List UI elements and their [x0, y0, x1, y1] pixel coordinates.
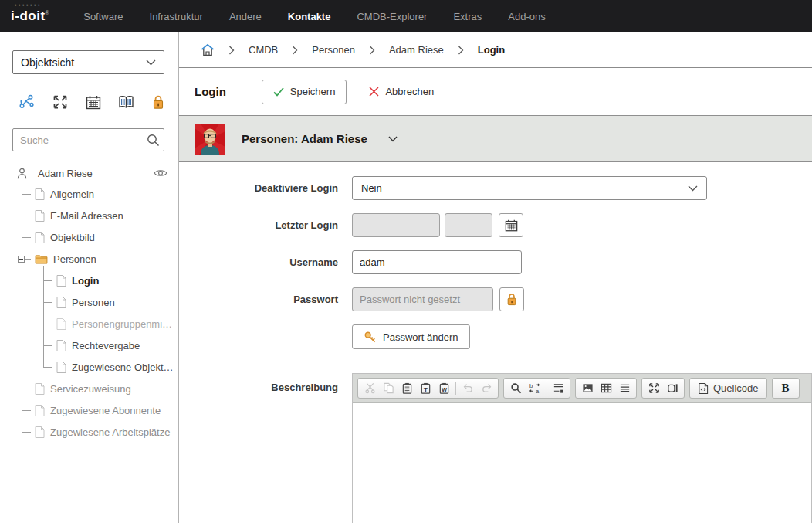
calendar-picker-button[interactable] [499, 213, 523, 237]
tree-item-personengruppenmitglieder[interactable]: Personengruppenmi… [43, 313, 178, 335]
page-icon [56, 340, 66, 351]
tree-item-personen-folder[interactable]: Personen [22, 248, 178, 270]
toolbar-separator [455, 382, 456, 395]
save-button[interactable]: Speichern [262, 80, 347, 104]
cancel-button[interactable]: Abbrechen [357, 80, 445, 104]
chevron-right-icon [228, 46, 235, 55]
cut-icon[interactable] [360, 380, 379, 396]
table-icon[interactable] [597, 380, 615, 396]
nav-item-kontakte[interactable]: Kontakte [288, 11, 331, 22]
password-input [352, 287, 493, 311]
description-editor: T W [352, 373, 812, 523]
expand-icon[interactable] [52, 94, 68, 110]
last-login-time-input [445, 213, 492, 237]
toolbar-separator [546, 382, 546, 395]
logo-dots-decoration: ······· [15, 2, 42, 9]
chevron-right-icon [369, 46, 375, 55]
maximize-icon[interactable] [645, 380, 663, 396]
page-icon [56, 318, 66, 330]
change-password-button[interactable]: Passwort ändern [352, 324, 470, 349]
chevron-down-icon [146, 59, 156, 66]
horizontal-rule-icon[interactable] [615, 380, 634, 396]
avatar [195, 124, 225, 155]
last-login-date-input [352, 213, 440, 237]
nav-item-add-ons[interactable]: Add-ons [508, 11, 545, 22]
object-view-select[interactable]: Objektsicht [12, 50, 164, 74]
nav-item-software[interactable]: Software [83, 11, 123, 22]
network-icon[interactable] [19, 94, 35, 110]
sidebar: Objektsicht [0, 32, 179, 523]
calendar-icon[interactable] [86, 95, 101, 110]
tree-item-rechtevergabe[interactable]: Rechtevergabe [43, 335, 178, 356]
folder-icon [35, 254, 48, 264]
tree-item-objektbild[interactable]: Objektbild [22, 226, 178, 248]
object-title: Personen: Adam Riese [242, 132, 367, 145]
home-icon[interactable] [201, 43, 215, 56]
nav-item-andere[interactable]: Andere [229, 11, 262, 22]
breadcrumb-personen[interactable]: Personen [312, 44, 355, 56]
search-input[interactable] [12, 128, 164, 151]
description-editor-content[interactable] [353, 403, 811, 523]
main-menu: Software Infrastruktur Andere Kontakte C… [83, 11, 546, 22]
replace-icon[interactable]: ba [525, 380, 543, 396]
search-box [12, 128, 166, 151]
main-content: CMDB Personen Adam Riese Login Login Spe… [179, 32, 812, 523]
top-navbar: ······· i-doit® Software Infrastruktur A… [0, 0, 812, 32]
tree-item-zugewiesene-arbeitsplaetze[interactable]: Zugewiesene Arbeitsplätze [22, 421, 178, 443]
chevron-right-icon [458, 46, 464, 55]
editor-toolbar: T W [353, 374, 811, 403]
image-icon[interactable] [578, 380, 597, 396]
tree-item-zugewiesene-objekte[interactable]: Zugewiesene Objekt… [43, 356, 178, 378]
book-icon[interactable] [118, 95, 134, 109]
page-icon [35, 405, 45, 416]
source-button[interactable]: Quellcode [692, 380, 764, 396]
tree-item-servicezuweisung[interactable]: Servicezuweisung [22, 378, 178, 399]
show-blocks-icon[interactable] [663, 380, 682, 396]
username-input[interactable] [352, 250, 522, 274]
find-icon[interactable] [506, 380, 525, 396]
person-icon [17, 168, 27, 179]
breadcrumb-login: Login [478, 44, 505, 56]
deactivate-login-select[interactable]: Nein [352, 176, 707, 200]
collapse-expander-icon[interactable] [18, 256, 25, 263]
page-icon [35, 383, 45, 395]
page-icon [35, 210, 45, 222]
select-all-icon[interactable] [549, 380, 567, 396]
login-form: Deaktiviere Login Nein Letzter Login [179, 162, 812, 523]
paste-text-icon[interactable]: T [416, 380, 435, 396]
breadcrumb-adam-riese[interactable]: Adam Riese [389, 44, 444, 56]
bold-button[interactable]: B [775, 380, 797, 396]
redo-icon[interactable] [477, 380, 496, 396]
chevron-down-icon [688, 185, 698, 192]
tree-level-2: Login Personen Personengruppenmi… Rechte… [43, 270, 178, 378]
tree-item-email-adressen[interactable]: E-Mail Adressen [22, 205, 178, 226]
paste-icon[interactable] [398, 380, 416, 396]
visibility-icon[interactable] [154, 168, 167, 178]
tree-item-login[interactable]: Login [43, 270, 178, 291]
tree-item-personen[interactable]: Personen [43, 291, 178, 313]
search-icon[interactable] [147, 134, 160, 147]
calendar-icon [505, 219, 518, 232]
nav-item-infrastruktur[interactable]: Infrastruktur [150, 11, 203, 22]
undo-icon[interactable] [458, 380, 477, 396]
nav-item-extras[interactable]: Extras [453, 11, 482, 22]
tree-item-allgemein[interactable]: Allgemein [22, 183, 178, 205]
breadcrumb: CMDB Personen Adam Riese Login [179, 32, 812, 68]
chevron-down-icon[interactable] [388, 136, 398, 142]
nav-item-cmdb-explorer[interactable]: CMDB-Explorer [357, 11, 427, 22]
copy-icon[interactable] [379, 380, 398, 396]
paste-word-icon[interactable]: W [435, 380, 453, 396]
lock-icon [506, 293, 517, 306]
x-icon [369, 87, 379, 97]
svg-text:W: W [442, 387, 447, 392]
page-icon [35, 426, 45, 438]
page-title: Login [195, 85, 226, 98]
tree-item-zugewiesene-abonnente[interactable]: Zugewiesene Abonnente [22, 399, 178, 421]
svg-text:T: T [424, 386, 428, 393]
breadcrumb-cmdb[interactable]: CMDB [249, 44, 278, 56]
check-icon [273, 87, 284, 97]
lock-icon[interactable] [152, 94, 164, 110]
tree-root-adam-riese[interactable]: Adam Riese [0, 163, 178, 183]
app-logo[interactable]: ······· i-doit® [11, 8, 49, 24]
password-lock-button[interactable] [499, 287, 524, 311]
